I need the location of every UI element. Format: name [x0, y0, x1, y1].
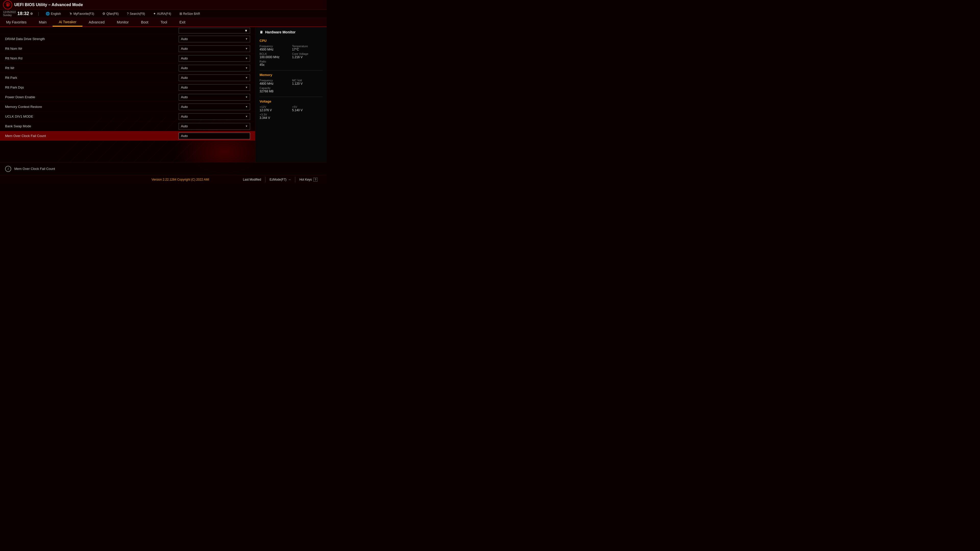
rtt-park-label: Rtt Park	[5, 76, 17, 79]
cpu-temperature-value: 17°C	[292, 48, 323, 51]
mem-overclock-label: Mem Over Clock Fail Count	[5, 134, 46, 138]
language-label: English	[51, 12, 61, 16]
settings-row-rtt-park[interactable]: Rtt Park Auto ▼	[0, 73, 255, 83]
nav-item-exit[interactable]: Exit	[173, 18, 191, 27]
settings-row-rtt-nom-wr[interactable]: Rtt Nom Wr Auto ▼	[0, 44, 255, 54]
nav-item-boot[interactable]: Boot	[135, 18, 154, 27]
header-middle-bar: 12/25/2022 Sunday 18:32 ⚙ | 🌐 English 🖰 …	[0, 10, 327, 18]
resizebar-label: ReSize BAR	[183, 12, 200, 16]
settings-row-mem-overclock[interactable]: Mem Over Clock Fail Count Auto	[0, 131, 255, 141]
voltage-12v-label: +12V	[259, 105, 290, 108]
top-partial-dropdown[interactable]: ▼	[179, 28, 250, 33]
hw-cpu-section: CPU Frequency 4500 MHz Temperature 17°C …	[259, 39, 323, 67]
cpu-ratio-label: Ratio	[259, 60, 290, 63]
nav-label-boot: Boot	[141, 20, 148, 24]
bios-title: UEFI BIOS Utility – Advanced Mode	[14, 3, 83, 7]
cpu-core-voltage-label: Core Voltage	[292, 52, 323, 56]
uclk-div1-label: UCLK DIV1 MODE	[5, 114, 33, 118]
day-text: Sunday	[3, 14, 12, 17]
memory-context-label: Memory Context Restore	[5, 105, 42, 109]
uclk-div1-value: Auto	[181, 114, 188, 118]
dram-arrow-icon: ▼	[245, 38, 248, 40]
qfan-label: Qfan(F6)	[107, 12, 119, 16]
cpu-core-voltage-value: 1.216 V	[292, 56, 323, 59]
nav-label-tool: Tool	[161, 20, 167, 24]
settings-row-memory-context[interactable]: Memory Context Restore Auto ▼	[0, 102, 255, 112]
cpu-temperature-label: Temperature	[292, 44, 323, 48]
cpu-bclk-label: BCLK	[259, 52, 290, 56]
settings-row-rtt-nom-rd[interactable]: Rtt Nom Rd Auto ▼	[0, 54, 255, 63]
settings-row-uclk-div1[interactable]: UCLK DIV1 MODE Auto ▼	[0, 112, 255, 121]
settings-top-row: ▼	[0, 27, 255, 34]
hw-cpu-title: CPU	[259, 39, 323, 43]
settings-gear-icon[interactable]: ⚙	[30, 12, 33, 16]
nav-item-tool[interactable]: Tool	[154, 18, 173, 27]
ezmode-button[interactable]: EzMode(F7) →	[266, 177, 295, 183]
uclk-div1-arrow-icon: ▼	[245, 115, 248, 118]
hotkeys-button[interactable]: Hot Keys ?	[295, 176, 321, 183]
search-label: Search(F9)	[130, 12, 145, 16]
rtt-nom-wr-arrow-icon: ▼	[245, 47, 248, 50]
last-modified-button[interactable]: Last Modified	[239, 177, 266, 183]
aura-icon: ✦	[153, 12, 156, 16]
nav-label-main: Main	[39, 20, 46, 24]
nav-item-advanced[interactable]: Advanced	[83, 18, 110, 27]
resizebar-button[interactable]: ⊞ ReSize BAR	[178, 11, 202, 16]
rtt-park-dqs-value: Auto	[181, 86, 188, 89]
hw-memory-title: Memory	[259, 73, 323, 77]
rtt-park-dqs-dropdown[interactable]: Auto ▼	[179, 84, 250, 91]
mem-overclock-dropdown[interactable]: Auto	[179, 133, 250, 139]
nav-item-my-favorites[interactable]: My Favorites	[0, 18, 33, 27]
myfavorite-button[interactable]: 🖰 MyFavorite(F3)	[68, 11, 96, 16]
rtt-wr-dropdown[interactable]: Auto ▼	[179, 65, 250, 71]
rtt-nom-wr-value: Auto	[181, 47, 188, 51]
memory-frequency-value: 4800 MHz	[259, 82, 290, 86]
nav-item-monitor[interactable]: Monitor	[111, 18, 135, 27]
settings-row-rtt-wr[interactable]: Rtt Wr Auto ▼	[0, 63, 255, 73]
rtt-park-value: Auto	[181, 76, 188, 79]
memory-capacity-label: Capacity	[259, 86, 290, 89]
nav-label-exit: Exit	[180, 20, 185, 24]
dram-dropdown[interactable]: Auto ▼	[179, 36, 250, 42]
favorite-icon: 🖰	[69, 12, 73, 16]
qfan-button[interactable]: ⚙ Qfan(F6)	[101, 11, 120, 16]
header-top-bar: UEFI BIOS Utility – Advanced Mode	[0, 0, 327, 10]
power-down-dropdown[interactable]: Auto ▼	[179, 94, 250, 100]
datetime-display: 12/25/2022 Sunday	[3, 11, 16, 17]
language-button[interactable]: 🌐 English	[44, 11, 62, 16]
nav-item-ai-tweaker[interactable]: Ai Tweaker	[52, 18, 83, 27]
aura-button[interactable]: ✦ AURA(F4)	[151, 11, 172, 16]
nav-label-advanced: Advanced	[89, 20, 104, 24]
voltage-12v-value: 12.076 V	[259, 108, 290, 112]
settings-row-dram[interactable]: DRAM Data Drive Strength Auto ▼	[0, 34, 255, 44]
uclk-div1-dropdown[interactable]: Auto ▼	[179, 113, 250, 120]
page-wrapper: UEFI BIOS Utility – Advanced Mode 12/25/…	[0, 0, 327, 184]
rtt-nom-rd-dropdown[interactable]: Auto ▼	[179, 55, 250, 62]
memory-capacity-value: 32768 MB	[259, 89, 290, 93]
rog-logo-icon	[3, 0, 12, 10]
info-panel: i Mem Over Clock Fail Count	[0, 162, 327, 175]
v5-cell: +5V 5.140 V	[292, 105, 323, 112]
voltage-33v-value: 3.344 V	[259, 116, 290, 120]
footer-actions: Last Modified EzMode(F7) → Hot Keys ?	[239, 176, 321, 183]
bank-swap-label: Bank Swap Mode	[5, 124, 31, 128]
settings-row-rtt-park-dqs[interactable]: Rtt Park Dqs Auto ▼	[0, 83, 255, 92]
nav-item-main[interactable]: Main	[33, 18, 52, 27]
dram-value: Auto	[181, 37, 188, 41]
rtt-nom-rd-value: Auto	[181, 56, 188, 60]
voltage-5v-value: 5.140 V	[292, 108, 323, 112]
cpu-frequency-value: 4500 MHz	[259, 48, 290, 51]
rtt-nom-wr-dropdown[interactable]: Auto ▼	[179, 45, 250, 52]
content-area: ▼ DRAM Data Drive Strength Auto ▼ Rtt No…	[0, 27, 327, 162]
globe-icon: 🌐	[46, 12, 50, 16]
memory-context-dropdown[interactable]: Auto ▼	[179, 103, 250, 110]
settings-row-bank-swap[interactable]: Bank Swap Mode Auto ▼	[0, 121, 255, 131]
rtt-nom-wr-label: Rtt Nom Wr	[5, 47, 22, 51]
bank-swap-dropdown[interactable]: Auto ▼	[179, 123, 250, 130]
ezmode-label: EzMode(F7)	[269, 178, 286, 181]
settings-row-power-down[interactable]: Power Down Enable Auto ▼	[0, 92, 255, 102]
nav-bar: My Favorites Main Ai Tweaker Advanced Mo…	[0, 18, 327, 27]
search-button[interactable]: ? Search(F9)	[125, 11, 146, 16]
rtt-park-dropdown[interactable]: Auto ▼	[179, 75, 250, 81]
memory-context-value: Auto	[181, 105, 188, 109]
